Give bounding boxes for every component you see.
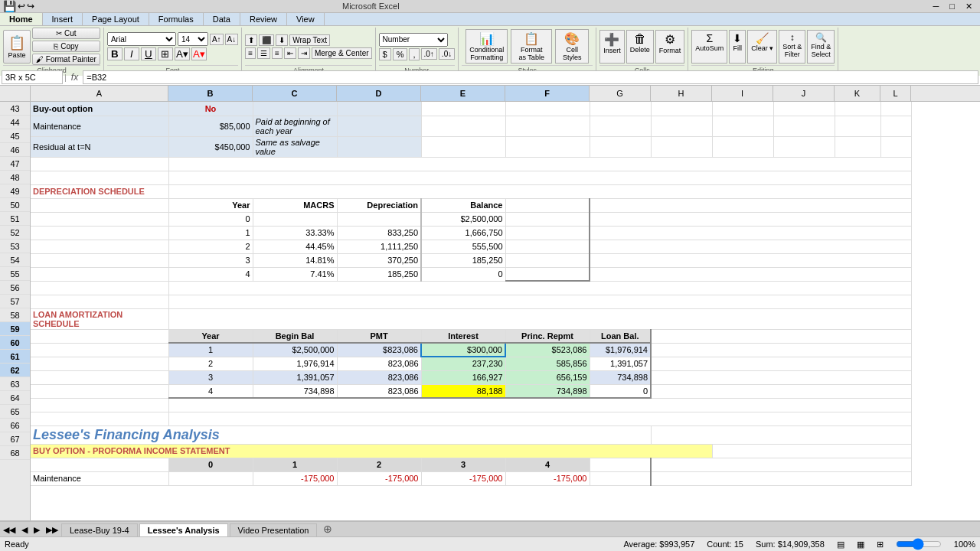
col-header-G[interactable]: G bbox=[590, 86, 651, 101]
cell-48-rest[interactable] bbox=[168, 184, 911, 198]
cell-A47[interactable] bbox=[31, 171, 168, 184]
cell-A54[interactable] bbox=[31, 267, 168, 281]
formula-input[interactable] bbox=[83, 70, 978, 84]
cell-54-rest[interactable] bbox=[590, 267, 911, 281]
cell-D59[interactable]: $823,086 bbox=[337, 343, 421, 357]
tab-formulas[interactable]: Formulas bbox=[149, 13, 204, 25]
cell-E68[interactable]: -175,000 bbox=[421, 471, 505, 485]
underline-button[interactable]: U bbox=[141, 47, 156, 60]
cell-47-rest[interactable] bbox=[168, 171, 911, 184]
cell-A67[interactable] bbox=[31, 458, 168, 471]
cell-E67[interactable]: 3 bbox=[421, 458, 505, 471]
comma-button[interactable]: , bbox=[409, 48, 419, 60]
decrease-decimal-button[interactable]: .0↓ bbox=[439, 48, 455, 60]
cell-F50[interactable] bbox=[505, 212, 590, 226]
autosum-button[interactable]: ΣAutoSum bbox=[691, 30, 727, 64]
col-header-B[interactable]: B bbox=[168, 86, 253, 101]
name-box[interactable] bbox=[2, 70, 63, 84]
cell-A43[interactable]: Buy-out option bbox=[31, 102, 168, 116]
cell-G58[interactable]: Loan Bal. bbox=[590, 329, 651, 343]
cell-53-rest[interactable] bbox=[590, 253, 911, 267]
cell-B58[interactable]: Year bbox=[168, 329, 253, 343]
cell-C45[interactable]: Same as salvage value bbox=[253, 136, 337, 157]
save-icon[interactable]: 💾 bbox=[3, 0, 16, 12]
cell-A44[interactable]: Maintenance bbox=[31, 116, 168, 136]
col-header-K[interactable]: K bbox=[835, 86, 880, 101]
cell-F53[interactable] bbox=[505, 253, 590, 267]
conditional-formatting-button[interactable]: 📊ConditionalFormatting bbox=[466, 29, 508, 64]
cell-F58[interactable]: Princ. Repmt bbox=[505, 329, 590, 343]
cell-E50[interactable]: $2,500,000 bbox=[421, 212, 505, 226]
cell-52-rest[interactable] bbox=[590, 240, 911, 253]
copy-button[interactable]: ⎘ Copy bbox=[32, 41, 100, 52]
cell-A53[interactable] bbox=[31, 253, 168, 267]
row-header-55[interactable]: 55 bbox=[0, 267, 30, 281]
close-icon[interactable]: ✕ bbox=[961, 2, 977, 11]
tab-insert[interactable]: Insert bbox=[43, 13, 83, 25]
sheet-tab-video[interactable]: Video Presentation bbox=[230, 523, 318, 536]
cell-57-rest[interactable] bbox=[168, 308, 911, 329]
font-size-select[interactable]: 14 bbox=[178, 32, 208, 46]
cell-D54[interactable]: 185,250 bbox=[337, 267, 421, 281]
italic-button[interactable]: I bbox=[124, 47, 139, 60]
cell-E52[interactable]: 555,500 bbox=[421, 240, 505, 253]
cell-L43[interactable] bbox=[880, 102, 911, 116]
cell-46-rest[interactable] bbox=[168, 157, 911, 171]
cell-F45[interactable] bbox=[505, 136, 590, 157]
cell-58-rest[interactable] bbox=[651, 329, 911, 343]
cell-A48[interactable]: DEPRECIATION SCHEDULE bbox=[31, 184, 168, 198]
align-bottom-button[interactable]: ⬇ bbox=[276, 34, 288, 46]
cell-D61[interactable]: 823,086 bbox=[337, 370, 421, 384]
cell-F52[interactable] bbox=[505, 240, 590, 253]
cell-67-rest[interactable] bbox=[651, 458, 911, 471]
cell-D68[interactable]: -175,000 bbox=[337, 471, 421, 485]
cell-A63[interactable] bbox=[31, 398, 168, 412]
cell-B45[interactable]: $450,000 bbox=[168, 136, 253, 157]
cell-G44[interactable] bbox=[590, 116, 651, 136]
cell-E45[interactable] bbox=[421, 136, 505, 157]
bold-button[interactable]: B bbox=[107, 47, 122, 60]
cell-D60[interactable]: 823,086 bbox=[337, 357, 421, 370]
cell-63-rest[interactable] bbox=[168, 398, 911, 412]
tab-data[interactable]: Data bbox=[204, 13, 240, 25]
wrap-text-button[interactable]: Wrap Text bbox=[289, 34, 330, 46]
row-header-43[interactable]: 43 bbox=[0, 102, 30, 116]
cell-51-rest[interactable] bbox=[590, 226, 911, 240]
col-header-F[interactable]: F bbox=[505, 86, 590, 101]
undo-icon[interactable]: ↩ bbox=[18, 1, 25, 11]
cut-button[interactable]: ✂ Cut bbox=[32, 28, 100, 39]
find-select-button[interactable]: 🔍Find &Select bbox=[807, 30, 835, 64]
tab-home[interactable]: Home bbox=[0, 13, 43, 25]
cell-D62[interactable]: 823,086 bbox=[337, 384, 421, 398]
cell-K45[interactable] bbox=[835, 136, 880, 157]
cell-J44[interactable] bbox=[773, 116, 835, 136]
cell-C43[interactable] bbox=[253, 102, 337, 116]
row-header-46[interactable]: 46 bbox=[0, 143, 30, 157]
cell-C50[interactable] bbox=[253, 212, 337, 226]
cell-F51[interactable] bbox=[505, 226, 590, 240]
cell-D67[interactable]: 2 bbox=[337, 458, 421, 471]
tab-review[interactable]: Review bbox=[240, 13, 287, 25]
sort-filter-button[interactable]: ↕Sort &Filter bbox=[779, 30, 805, 64]
percent-button[interactable]: % bbox=[393, 48, 408, 60]
delete-button[interactable]: 🗑Delete bbox=[626, 30, 654, 64]
cell-B68[interactable] bbox=[168, 471, 253, 485]
col-header-H[interactable]: H bbox=[651, 86, 712, 101]
tab-page-layout[interactable]: Page Layout bbox=[83, 13, 149, 25]
cell-J43[interactable] bbox=[773, 102, 835, 116]
cell-E61[interactable]: 166,927 bbox=[421, 370, 505, 384]
col-header-J[interactable]: J bbox=[773, 86, 835, 101]
cell-B59[interactable]: 1 bbox=[168, 343, 253, 357]
cell-B51[interactable]: 1 bbox=[168, 226, 253, 240]
cell-A50[interactable] bbox=[31, 212, 168, 226]
cell-C62[interactable]: 734,898 bbox=[253, 384, 337, 398]
font-grow-button[interactable]: A↑ bbox=[210, 34, 224, 45]
row-header-68[interactable]: 68 bbox=[0, 446, 30, 460]
cell-K43[interactable] bbox=[835, 102, 880, 116]
cell-B49[interactable]: Year bbox=[168, 198, 253, 212]
cell-60-rest[interactable] bbox=[651, 357, 911, 370]
cell-styles-button[interactable]: 🎨CellStyles bbox=[555, 29, 589, 64]
cell-F60[interactable]: 585,856 bbox=[505, 357, 590, 370]
cell-F49[interactable] bbox=[505, 198, 590, 212]
cell-F61[interactable]: 656,159 bbox=[505, 370, 590, 384]
